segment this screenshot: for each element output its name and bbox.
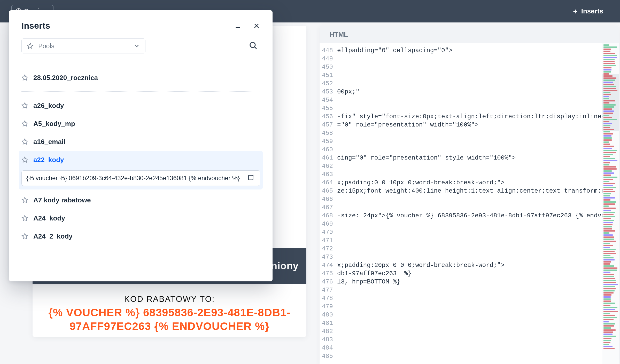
voucher-code: {% VOUCHER %} 68395836-2E93-481E-8DB1-97… bbox=[48, 306, 291, 333]
inserts-panel: Inserts Pools 28.05.2020_rocznicaa26_kod… bbox=[9, 10, 273, 281]
minimize-button[interactable] bbox=[234, 22, 242, 29]
inserts-list[interactable]: 28.05.2020_rocznicaa26_kodyA5_kody_mpa16… bbox=[9, 62, 273, 281]
list-item-label: 28.05.2020_rocznica bbox=[33, 74, 98, 82]
pool-select-label: Pools bbox=[38, 42, 129, 50]
inserts-link-label: Inserts bbox=[581, 7, 603, 15]
star-icon[interactable] bbox=[21, 120, 29, 127]
chevron-down-icon bbox=[133, 43, 140, 49]
svg-marker-4 bbox=[27, 43, 33, 49]
plus-icon: + bbox=[573, 7, 578, 15]
code-editor: HTML ⠿ 448449450451452453454455456457458… bbox=[320, 26, 619, 364]
search-button[interactable] bbox=[249, 41, 260, 51]
list-item[interactable]: A5_kody_mp bbox=[19, 115, 263, 133]
star-icon[interactable] bbox=[21, 215, 29, 221]
tab-html[interactable]: HTML bbox=[326, 30, 352, 38]
star-icon[interactable] bbox=[21, 138, 29, 145]
editor-tabs: HTML bbox=[320, 26, 619, 43]
add-inserts-button[interactable]: + Inserts bbox=[573, 7, 603, 15]
list-item[interactable]: A24_kody bbox=[19, 209, 263, 227]
svg-marker-7 bbox=[22, 75, 28, 80]
insert-code-box: {% voucher %} 0691b209-3c64-432e-b830-2e… bbox=[21, 170, 260, 186]
list-item-label: a22_kody bbox=[33, 156, 64, 164]
star-icon[interactable] bbox=[21, 102, 29, 109]
svg-marker-17 bbox=[22, 233, 28, 239]
list-item-label: a16_email bbox=[33, 138, 65, 146]
list-item-label: A5_kody_mp bbox=[33, 120, 75, 128]
line-gutter: 4484494504514524534544554564574584594604… bbox=[320, 43, 335, 364]
svg-line-6 bbox=[254, 47, 257, 49]
star-icon[interactable] bbox=[21, 197, 29, 203]
list-item-label: a26_kody bbox=[33, 102, 64, 110]
list-item[interactable]: A7 kody rabatowe bbox=[19, 191, 263, 209]
list-item-label: A24_2_kody bbox=[33, 232, 73, 240]
list-item-selected-wrap: a22_kody{% voucher %} 0691b209-3c64-432e… bbox=[19, 151, 263, 189]
list-item[interactable]: a22_kody bbox=[19, 151, 263, 169]
svg-point-5 bbox=[250, 42, 255, 48]
svg-marker-8 bbox=[22, 103, 28, 108]
voucher-block: KOD RABATOWY TO: {% VOUCHER %} 68395836-… bbox=[33, 284, 306, 337]
star-icon[interactable] bbox=[21, 233, 29, 240]
list-item-label: A7 kody rabatowe bbox=[33, 196, 91, 204]
svg-marker-9 bbox=[22, 121, 28, 126]
list-item[interactable]: a16_email bbox=[19, 133, 263, 151]
code-area[interactable]: ellpadding="0" cellspacing="0">00px;"-fi… bbox=[335, 43, 619, 364]
star-icon[interactable] bbox=[21, 156, 29, 163]
voucher-label: KOD RABATOWY TO: bbox=[48, 294, 291, 304]
list-separator bbox=[21, 91, 260, 92]
panel-title: Inserts bbox=[21, 21, 50, 31]
svg-marker-11 bbox=[22, 157, 28, 162]
svg-marker-16 bbox=[22, 215, 28, 221]
insert-code-text[interactable]: {% voucher %} 0691b209-3c64-432e-b830-2e… bbox=[26, 175, 243, 182]
pool-select[interactable]: Pools bbox=[21, 38, 145, 53]
list-item[interactable]: A24_2_kody bbox=[19, 227, 263, 245]
insert-button[interactable] bbox=[247, 174, 255, 183]
list-item[interactable]: 28.05.2020_rocznica bbox=[19, 69, 263, 87]
list-item-label: A24_kody bbox=[33, 214, 65, 222]
star-icon[interactable] bbox=[21, 74, 29, 81]
minimap[interactable] bbox=[602, 43, 619, 364]
close-button[interactable] bbox=[253, 22, 260, 29]
svg-marker-10 bbox=[22, 139, 28, 144]
star-icon bbox=[27, 43, 34, 49]
svg-marker-15 bbox=[22, 197, 28, 203]
list-item[interactable]: a26_kody bbox=[19, 97, 263, 115]
